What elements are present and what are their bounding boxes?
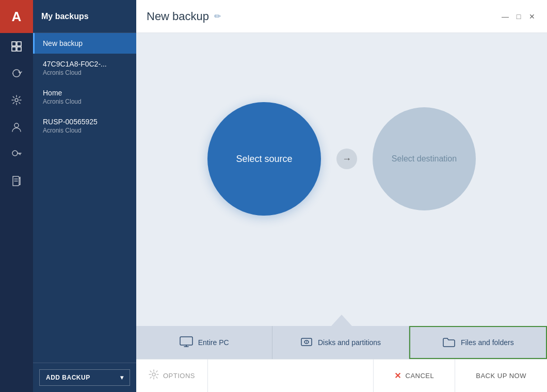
nav-key[interactable] xyxy=(0,140,33,167)
canvas-area: Select source → Select destination xyxy=(136,33,547,326)
svg-point-6 xyxy=(12,151,18,156)
select-source-button[interactable]: Select source xyxy=(207,102,321,216)
select-destination-button[interactable]: Select destination xyxy=(373,107,476,210)
svg-point-4 xyxy=(15,99,18,102)
svg-point-10 xyxy=(306,341,307,342)
add-backup-button[interactable]: ADD BACKUP ▾ xyxy=(39,369,130,386)
nav-tools[interactable] xyxy=(0,87,33,113)
nav-sync[interactable] xyxy=(0,60,33,87)
sidebar-item-backup-3[interactable]: RUSP-00565925 Acronis Cloud xyxy=(33,111,136,140)
sidebar-item-new-backup[interactable]: New backup xyxy=(33,33,136,54)
title-bar: New backup ✏ — □ ✕ xyxy=(136,0,547,33)
folder-icon xyxy=(442,336,456,349)
nav-book[interactable] xyxy=(0,167,33,194)
maximize-button[interactable]: □ xyxy=(514,12,523,21)
triangle-pointer xyxy=(331,315,352,326)
options-button[interactable]: OPTIONS xyxy=(136,360,208,392)
app-container: A xyxy=(0,0,547,392)
nav-backup[interactable] xyxy=(0,33,33,60)
svg-rect-1 xyxy=(17,42,21,46)
arrow-connector: → xyxy=(336,149,357,169)
sidebar-item-backup-1[interactable]: 47C9C1A8-F0C2-... Acronis Cloud xyxy=(33,54,136,83)
sidebar-item-backup-2[interactable]: Home Acronis Cloud xyxy=(33,83,136,111)
main-area: New backup ✏ — □ ✕ Select source → Selec… xyxy=(136,0,547,392)
sidebar-header: My backups xyxy=(33,0,136,33)
svg-rect-3 xyxy=(17,47,21,51)
back-up-now-button[interactable]: BACK UP NOW xyxy=(455,360,547,392)
monitor-icon xyxy=(180,336,193,349)
gear-icon xyxy=(149,369,159,382)
svg-point-11 xyxy=(152,373,155,376)
source-option-disks[interactable]: Disks and partitions xyxy=(272,326,409,359)
cancel-x-icon: ✕ xyxy=(394,371,401,381)
app-logo: A xyxy=(0,0,33,33)
sidebar: My backups New backup 47C9C1A8-F0C2-... … xyxy=(33,0,136,392)
svg-rect-7 xyxy=(180,337,192,345)
source-options-bar: Entire PC Disks and partitions xyxy=(136,326,547,359)
nav-account[interactable] xyxy=(0,113,33,140)
sidebar-footer: ADD BACKUP ▾ xyxy=(33,363,136,392)
icon-rail: A xyxy=(0,0,33,392)
cancel-button[interactable]: ✕ CANCEL xyxy=(373,360,455,392)
disk-icon xyxy=(300,336,313,349)
bottom-bar: OPTIONS ✕ CANCEL BACK UP NOW xyxy=(136,359,547,392)
minimize-button[interactable]: — xyxy=(501,12,510,21)
page-title: New backup xyxy=(147,10,209,23)
edit-title-icon[interactable]: ✏ xyxy=(214,11,221,21)
svg-rect-0 xyxy=(12,42,16,46)
svg-point-5 xyxy=(14,123,19,127)
source-option-entire-pc[interactable]: Entire PC xyxy=(136,326,272,359)
chevron-down-icon: ▾ xyxy=(120,374,124,381)
svg-rect-2 xyxy=(12,47,16,51)
window-controls: — □ ✕ xyxy=(501,12,537,21)
close-button[interactable]: ✕ xyxy=(527,12,537,21)
source-option-files[interactable]: Files and folders xyxy=(409,326,547,359)
circles-container: Select source → Select destination xyxy=(207,102,476,216)
